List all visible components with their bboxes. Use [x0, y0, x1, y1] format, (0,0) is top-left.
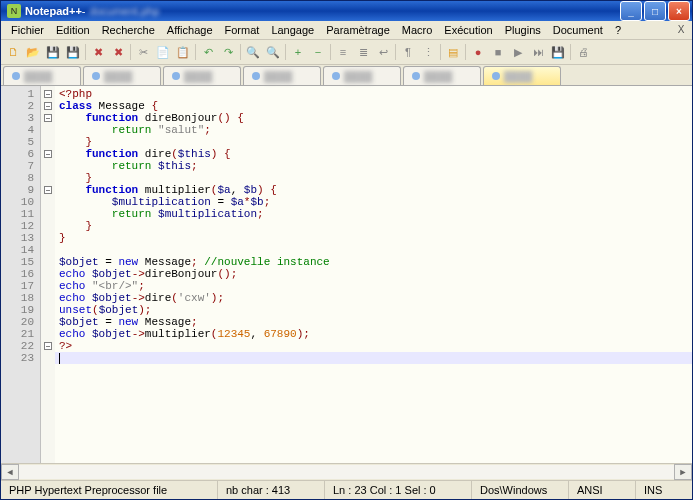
tab-3[interactable]: ████: [243, 66, 321, 85]
menu-fichier[interactable]: Fichier: [5, 23, 50, 37]
line-number: 4: [1, 124, 34, 136]
code-line[interactable]: <?php: [59, 88, 688, 100]
folder-icon[interactable]: ▤: [445, 44, 461, 60]
code-line[interactable]: }: [59, 136, 688, 148]
menu-macro[interactable]: Macro: [396, 23, 439, 37]
print-icon[interactable]: 🖨: [575, 44, 591, 60]
code-line[interactable]: return "salut";: [59, 124, 688, 136]
code-line[interactable]: return $multiplication;: [59, 208, 688, 220]
fold-toggle-icon[interactable]: [41, 148, 55, 160]
scroll-left-button[interactable]: ◄: [1, 464, 19, 480]
toolbar-separator: [395, 44, 396, 60]
fold-toggle-icon[interactable]: [41, 100, 55, 112]
file-icon: [12, 72, 20, 80]
code-line[interactable]: function multiplier($a, $b) {: [59, 184, 688, 196]
cut-icon[interactable]: ✂: [135, 44, 151, 60]
menu-langage[interactable]: Langage: [265, 23, 320, 37]
fold-toggle-icon[interactable]: [41, 184, 55, 196]
menu-affichage[interactable]: Affichage: [161, 23, 219, 37]
menu-recherche[interactable]: Recherche: [96, 23, 161, 37]
menu-format[interactable]: Format: [219, 23, 266, 37]
fold-gutter[interactable]: [41, 86, 55, 463]
fold-spacer: [41, 196, 55, 208]
close-file-icon[interactable]: ✖: [90, 44, 106, 60]
copy-icon[interactable]: 📄: [155, 44, 171, 60]
line-number: 5: [1, 136, 34, 148]
code-line[interactable]: echo "<br/>";: [59, 280, 688, 292]
text-caret: [59, 353, 60, 364]
tab-4[interactable]: ████: [323, 66, 401, 85]
tab-2[interactable]: ████: [163, 66, 241, 85]
paste-icon[interactable]: 📋: [175, 44, 191, 60]
maximize-button[interactable]: □: [644, 1, 666, 21]
line-number: 7: [1, 160, 34, 172]
doc-close-button[interactable]: X: [674, 22, 688, 36]
code-line[interactable]: function direBonjour() {: [59, 112, 688, 124]
status-mode: INS: [636, 481, 692, 499]
replace-icon[interactable]: 🔍: [265, 44, 281, 60]
fold-toggle-icon[interactable]: [41, 112, 55, 124]
save-all-icon[interactable]: 💾: [65, 44, 81, 60]
tab-6[interactable]: ████: [483, 66, 561, 85]
save-macro-icon[interactable]: 💾: [550, 44, 566, 60]
code-line[interactable]: echo $objet->multiplier(12345, 67890);: [59, 328, 688, 340]
menu-?[interactable]: ?: [609, 23, 627, 37]
code-line[interactable]: }: [59, 220, 688, 232]
line-number: 11: [1, 208, 34, 220]
code-line[interactable]: $objet = new Message;: [59, 316, 688, 328]
find-icon[interactable]: 🔍: [245, 44, 261, 60]
titlebar[interactable]: N Notepad++ - document.php _ □ ×: [1, 1, 692, 21]
menu-document[interactable]: Document: [547, 23, 609, 37]
indent-guide-icon[interactable]: ⋮: [420, 44, 436, 60]
fold-toggle-icon[interactable]: [41, 340, 55, 352]
show-all-icon[interactable]: ¶: [400, 44, 416, 60]
code-line[interactable]: ?>: [59, 340, 688, 352]
code-line[interactable]: }: [59, 172, 688, 184]
code-line[interactable]: unset($objet);: [59, 304, 688, 316]
open-file-icon[interactable]: 📂: [25, 44, 41, 60]
tab-1[interactable]: ████: [83, 66, 161, 85]
window-close-button[interactable]: ×: [668, 1, 690, 21]
scroll-right-button[interactable]: ►: [674, 464, 692, 480]
code-line[interactable]: echo $objet->dire('cxw');: [59, 292, 688, 304]
redo-icon[interactable]: ↷: [220, 44, 236, 60]
tab-5[interactable]: ████: [403, 66, 481, 85]
zoom-in-icon[interactable]: +: [290, 44, 306, 60]
menu-plugins[interactable]: Plugins: [499, 23, 547, 37]
fold-toggle-icon[interactable]: [41, 88, 55, 100]
undo-icon[interactable]: ↶: [200, 44, 216, 60]
code-editor[interactable]: 1234567891011121314151617181920212223 <?…: [1, 86, 692, 463]
code-line[interactable]: $objet = new Message; //nouvelle instanc…: [59, 256, 688, 268]
code-line[interactable]: [59, 244, 688, 256]
record-icon[interactable]: ●: [470, 44, 486, 60]
toolbar-separator: [330, 44, 331, 60]
new-file-icon[interactable]: 🗋: [5, 44, 21, 60]
menu-exécution[interactable]: Exécution: [438, 23, 498, 37]
play-icon[interactable]: ▶: [510, 44, 526, 60]
sync-v-icon[interactable]: ≡: [335, 44, 351, 60]
close-all-icon[interactable]: ✖: [110, 44, 126, 60]
menu-edition[interactable]: Edition: [50, 23, 96, 37]
toolbar-separator: [465, 44, 466, 60]
save-icon[interactable]: 💾: [45, 44, 61, 60]
file-icon: [252, 72, 260, 80]
scroll-track[interactable]: [19, 465, 674, 479]
horizontal-scrollbar[interactable]: ◄ ►: [1, 463, 692, 480]
code-line[interactable]: echo $objet->direBonjour();: [59, 268, 688, 280]
minimize-button[interactable]: _: [620, 1, 642, 21]
code-view[interactable]: <?phpclass Message { function direBonjou…: [55, 86, 692, 463]
play-multi-icon[interactable]: ⏭: [530, 44, 546, 60]
title-separator: -: [82, 5, 86, 17]
code-line[interactable]: $multiplication = $a*$b;: [59, 196, 688, 208]
code-line[interactable]: return $this;: [59, 160, 688, 172]
line-number: 18: [1, 292, 34, 304]
sync-h-icon[interactable]: ≣: [355, 44, 371, 60]
code-line[interactable]: function dire($this) {: [59, 148, 688, 160]
stop-icon[interactable]: ■: [490, 44, 506, 60]
code-line[interactable]: class Message {: [59, 100, 688, 112]
wrap-icon[interactable]: ↩: [375, 44, 391, 60]
menu-paramètrage[interactable]: Paramètrage: [320, 23, 396, 37]
tab-0[interactable]: ████: [3, 66, 81, 85]
zoom-out-icon[interactable]: −: [310, 44, 326, 60]
code-line[interactable]: }: [59, 232, 688, 244]
